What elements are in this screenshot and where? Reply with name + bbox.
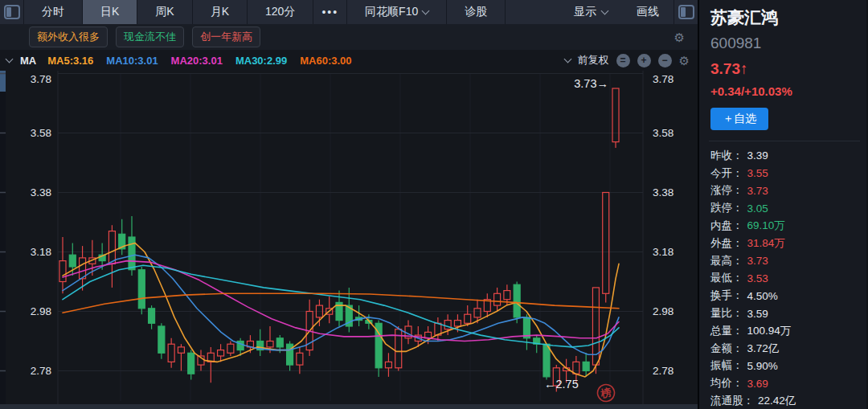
- toolbar-tabs: 分时日K周K月K120分•••同花顺F10诊股: [24, 0, 506, 24]
- quote-stats-list: 昨收：3.39今开：3.55涨停：3.73跌停：3.05内盘：69.10万外盘：…: [710, 147, 860, 409]
- tab-120min[interactable]: 120分: [248, 0, 313, 24]
- candle-body: [158, 326, 165, 353]
- tab-minute[interactable]: 分时: [24, 0, 83, 24]
- ma-value-undefined: MA60:3.00: [300, 55, 351, 67]
- candle-body: [138, 270, 145, 309]
- toolbar-spacer: [506, 0, 559, 24]
- candle-body: [603, 193, 609, 294]
- tab-daily-k[interactable]: 日K: [83, 0, 137, 24]
- stat-label: 换手：: [710, 288, 743, 303]
- gear-icon[interactable]: ⚙: [679, 55, 690, 67]
- stat-label: 今开：: [710, 166, 743, 181]
- tab-label: 周K: [155, 5, 174, 19]
- fit-zoom-button[interactable]: =: [616, 54, 630, 67]
- tab-monthly-k[interactable]: 月K: [193, 0, 248, 24]
- ma-line-ma20: [63, 261, 619, 342]
- candle-body: [267, 342, 273, 347]
- candle-body: [583, 362, 589, 370]
- y-axis-label-right: 3.38: [653, 186, 674, 198]
- tab-label: 同花顺F10: [365, 5, 418, 19]
- stock-code: 600981: [710, 35, 860, 52]
- stat-label: 跌停：: [710, 201, 743, 215]
- stat-row: 今开：3.55: [710, 165, 860, 182]
- panel-toggle-icon: [678, 5, 694, 19]
- stat-label: 外盘：: [710, 236, 743, 251]
- action-label: 画线: [637, 5, 659, 19]
- add-watchlist-button[interactable]: ＋自选: [710, 108, 768, 130]
- toolbar-action-display[interactable]: 显示: [559, 0, 622, 24]
- stat-label: 流通股：: [710, 394, 754, 408]
- stat-label: 量比：: [710, 306, 743, 321]
- up-arrow-icon: ↑: [740, 60, 748, 77]
- divider: [709, 141, 860, 141]
- stat-row: 均价：3.69: [710, 374, 860, 392]
- tab-diagnose[interactable]: 诊股: [447, 0, 506, 24]
- stat-label: 涨停：: [710, 183, 743, 198]
- chart-pane: 分时日K周K月K120分•••同花顺F10诊股 显示画线 额外收入很多现金流不佳…: [0, 0, 699, 409]
- candle-body: [543, 344, 550, 377]
- candle-body: [108, 231, 115, 264]
- candle-body: [454, 321, 461, 326]
- stat-value: 4.50%: [747, 290, 778, 302]
- candle-body: [297, 353, 303, 365]
- stat-value: 5.90%: [747, 360, 778, 372]
- adjust-mode-label[interactable]: 前复权: [578, 53, 609, 67]
- stat-value: 100.94万: [747, 324, 792, 338]
- zoom-out-button[interactable]: −: [658, 54, 672, 67]
- candlestick-chart[interactable]: 3.783.783.583.583.383.383.183.182.982.98…: [0, 71, 698, 404]
- candle-body: [504, 291, 510, 300]
- stat-value: 3.72亿: [747, 342, 780, 356]
- tab-ths-f10[interactable]: 同花顺F10: [347, 0, 447, 24]
- tab-label: •••: [321, 6, 338, 18]
- candle-body: [474, 309, 481, 317]
- ma-value-undefined: MA20:3.01: [171, 55, 223, 67]
- candle-body: [287, 344, 293, 365]
- zoom-in-button[interactable]: +: [637, 54, 651, 67]
- y-axis-label-left: 2.98: [31, 305, 51, 317]
- candle-body: [385, 362, 391, 367]
- stat-row: 总量：100.94万: [710, 322, 860, 340]
- candle-body: [149, 309, 155, 324]
- y-axis-label-right: 2.98: [653, 305, 674, 317]
- price-value: 3.73: [710, 60, 740, 77]
- tab-more[interactable]: •••: [313, 0, 347, 24]
- right-panel-toggle-button[interactable]: [674, 0, 698, 24]
- tag-one-year-high[interactable]: 创一年新高: [192, 27, 260, 47]
- stat-value: 3.39: [747, 149, 768, 162]
- stat-row: 昨收：3.39: [710, 147, 860, 165]
- candle-body: [218, 350, 224, 356]
- left-panel-toggle-button[interactable]: [0, 0, 24, 24]
- chevron-down-icon[interactable]: [6, 55, 14, 63]
- ma-legend-row: MA MA5:3.16MA10:3.01MA20:3.01MA30:2.99MA…: [0, 50, 698, 71]
- tab-weekly-k[interactable]: 周K: [137, 0, 192, 24]
- action-label: 显示: [574, 5, 596, 19]
- candle-body: [129, 237, 135, 270]
- y-axis-label-right: 3.58: [653, 127, 674, 139]
- y-axis-label-right: 2.78: [653, 365, 674, 377]
- y-axis-label-left: 2.78: [31, 365, 51, 377]
- stat-value: 22.42亿: [758, 394, 796, 408]
- stat-value: 3.73: [747, 255, 768, 267]
- toolbar-action-draw-line[interactable]: 画线: [622, 0, 674, 24]
- ma-value-undefined: MA10:3.01: [106, 55, 158, 67]
- candle-body: [188, 353, 194, 374]
- tag-extra-income[interactable]: 额外收入很多: [29, 27, 108, 47]
- stat-value: 3.59: [747, 308, 768, 320]
- signal-tags: 额外收入很多现金流不佳创一年新高: [29, 27, 260, 47]
- chevron-down-icon[interactable]: [563, 55, 571, 63]
- annotation-high-label: 3.73→: [574, 77, 608, 90]
- stat-row: 金额：3.72亿: [710, 340, 860, 358]
- ma-value-undefined: MA5:3.16: [47, 55, 93, 67]
- stat-row: 量比：3.59: [710, 305, 860, 322]
- stat-row: 最低：3.53: [710, 270, 860, 288]
- tag-cashflow-poor[interactable]: 现金流不佳: [116, 27, 184, 47]
- y-axis-label-right: 3.18: [653, 246, 674, 258]
- quote-panel: 苏豪汇鸿 600981 3.73↑ +0.34/+10.03% ＋自选 昨收：3…: [699, 0, 866, 409]
- left-rail: [0, 71, 6, 404]
- candle-body: [573, 362, 579, 374]
- stat-row: 跌停：3.05: [710, 199, 860, 217]
- gear-icon[interactable]: ⚙: [674, 31, 685, 43]
- ma-values: MA5:3.16MA10:3.01MA20:3.01MA30:2.99MA60:…: [47, 55, 351, 67]
- tab-label: 日K: [100, 5, 119, 19]
- annotation-low-label: ←2.75: [544, 378, 579, 391]
